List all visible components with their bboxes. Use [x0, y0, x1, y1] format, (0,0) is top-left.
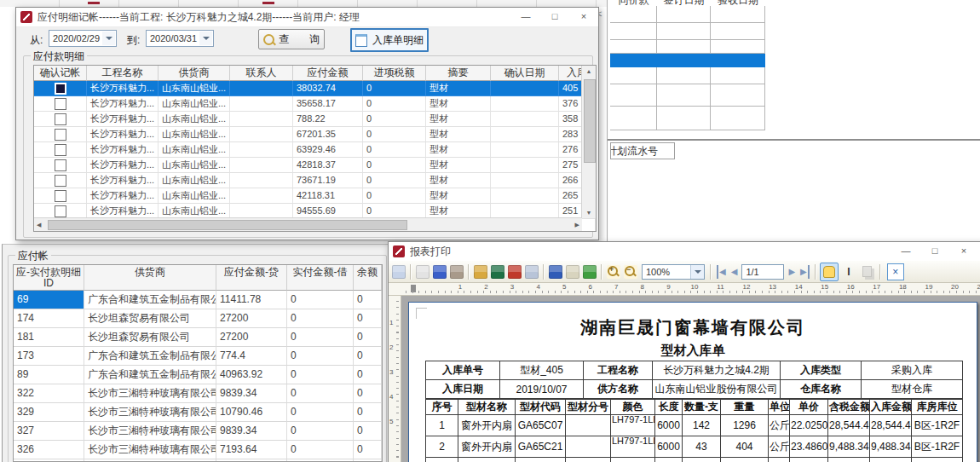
table-cell[interactable]: 11411.78: [216, 291, 287, 309]
column-header[interactable]: 供货商: [84, 265, 216, 291]
table-cell[interactable]: [491, 112, 559, 127]
table-cell[interactable]: 长沙万科魅力...: [87, 112, 159, 127]
confirm-checkbox[interactable]: [55, 159, 66, 171]
save-icon[interactable]: [549, 265, 562, 279]
table-cell[interactable]: 27200: [216, 309, 287, 328]
export-pdf-icon[interactable]: [508, 265, 522, 279]
payable-account-grid[interactable]: 应-实付款明细ID供货商应付金额-贷实付金额-借余额 69广东合和建筑五金制品有…: [13, 264, 383, 462]
column-header[interactable]: 应付金额-贷: [216, 265, 287, 291]
table-cell[interactable]: [491, 142, 559, 158]
table-cell[interactable]: 0: [354, 291, 382, 309]
table-cell[interactable]: 广东合和建筑五金制品有限公司: [84, 291, 216, 309]
table-cell[interactable]: [491, 96, 559, 112]
table-cell[interactable]: 山东南山铝业...: [159, 158, 230, 173]
horizontal-scrollbar[interactable]: ◀ ▶: [34, 217, 582, 231]
table-cell[interactable]: 788.22: [293, 112, 363, 127]
table-cell[interactable]: 长沙市三湘特种玻璃有限公司: [84, 441, 216, 459]
table-cell[interactable]: 0: [287, 291, 354, 309]
open-doc-icon[interactable]: [566, 265, 579, 279]
table-cell[interactable]: 73671.19: [293, 173, 363, 188]
preview-panel-icon[interactable]: [392, 265, 406, 279]
table-cell[interactable]: 0: [354, 422, 382, 441]
table-cell[interactable]: 长沙市三湘特种玻璃有限公司: [84, 422, 216, 441]
previous-page-icon[interactable]: ◀: [731, 265, 738, 279]
table-cell[interactable]: [491, 158, 559, 173]
address-book-icon[interactable]: [433, 265, 447, 279]
table-cell[interactable]: 0: [363, 81, 426, 96]
table-cell[interactable]: 0: [287, 422, 354, 441]
table-cell[interactable]: [230, 158, 293, 173]
table-cell[interactable]: 0: [287, 347, 354, 366]
confirm-checkbox[interactable]: [55, 83, 66, 95]
table-cell[interactable]: 长沙市三湘特种玻璃有限公司: [84, 403, 216, 422]
minimize-icon[interactable]: —: [511, 8, 540, 26]
table-cell[interactable]: 0: [287, 309, 354, 328]
confirm-cell[interactable]: [34, 112, 87, 127]
confirm-cell[interactable]: [34, 173, 87, 188]
to-date-combo[interactable]: 2020/03/31: [146, 30, 214, 47]
id-cell[interactable]: 174: [14, 309, 84, 328]
id-cell[interactable]: 173: [14, 347, 84, 366]
confirm-cell[interactable]: [34, 188, 87, 204]
table-cell[interactable]: [230, 81, 293, 96]
table-row[interactable]: 329长沙市三湘特种玻璃有限公司10790.4600: [14, 403, 382, 422]
export-file-icon[interactable]: [474, 265, 487, 279]
payable-detail-grid[interactable]: 确认记帐工程名称供货商联系人应付金额进项税额摘要确认日期入库 长沙万科魅力...…: [33, 65, 597, 232]
table-cell[interactable]: 长沙万科魅力...: [87, 173, 159, 188]
table-cell[interactable]: 山东南山铝业...: [159, 112, 230, 127]
background-grid-row[interactable]: [610, 107, 766, 130]
table-cell[interactable]: 27200: [216, 328, 287, 347]
print-preview-area[interactable]: 12345 湖南巨晟门窗幕墙有限公司 型材入库单 入库单号型材_405工程名称长…: [389, 296, 980, 462]
table-cell[interactable]: 0: [363, 112, 426, 127]
column-header[interactable]: 进项税额: [363, 66, 426, 81]
from-date-combo[interactable]: 2020/02/29: [49, 30, 117, 47]
table-row[interactable]: 长沙万科魅力...山东南山铝业...73671.190型材266: [34, 173, 596, 188]
id-cell[interactable]: 327: [14, 422, 84, 441]
table-cell[interactable]: 63929.46: [293, 142, 363, 158]
page-number-input[interactable]: 1/1: [741, 264, 784, 280]
table-cell[interactable]: 9839.34: [216, 422, 287, 441]
maximize-icon[interactable]: □: [540, 8, 569, 26]
scroll-right-icon[interactable]: ▶: [575, 222, 579, 228]
confirm-checkbox[interactable]: [55, 129, 66, 141]
copy-icon[interactable]: [859, 263, 876, 280]
table-cell[interactable]: 山东南山铝业...: [159, 127, 230, 142]
table-cell[interactable]: 0: [363, 96, 426, 112]
table-cell[interactable]: [230, 173, 293, 188]
chevron-down-icon[interactable]: [199, 32, 212, 45]
table-cell[interactable]: 广东合和建筑五金制品有限公司: [84, 366, 216, 384]
table-cell[interactable]: 0: [354, 441, 382, 459]
export-excel-icon[interactable]: [491, 265, 504, 279]
background-grid-row[interactable]: [610, 6, 766, 23]
table-cell[interactable]: 0: [354, 384, 382, 403]
table-cell[interactable]: 0: [354, 328, 382, 347]
design-tools-icon[interactable]: [450, 265, 464, 279]
confirm-checkbox[interactable]: [55, 144, 66, 156]
zoom-in-icon[interactable]: +: [607, 265, 620, 279]
table-cell[interactable]: 山东南山铝业...: [159, 188, 230, 204]
confirm-cell[interactable]: [34, 127, 87, 142]
table-cell[interactable]: [491, 173, 559, 188]
table-cell[interactable]: 广东合和建筑五金制品有限公司: [84, 347, 216, 366]
table-row[interactable]: 长沙万科魅力...山东南山铝业...788.220型材358: [34, 112, 596, 127]
table-cell[interactable]: 42818.37: [293, 158, 363, 173]
column-header[interactable]: 应付金额: [293, 66, 363, 81]
table-cell[interactable]: 长沙万科魅力...: [87, 158, 159, 173]
id-cell[interactable]: 326: [14, 441, 84, 459]
chevron-down-icon[interactable]: [690, 265, 704, 279]
send-mail-icon[interactable]: [525, 265, 539, 279]
column-header[interactable]: 余额: [354, 265, 382, 291]
report-titlebar[interactable]: 报表打印 — □ ×: [389, 242, 980, 262]
column-header[interactable]: 联系人: [230, 66, 293, 81]
table-cell[interactable]: 0: [287, 441, 354, 459]
table-row[interactable]: 322长沙市三湘特种玻璃有限公司9839.3400: [14, 384, 382, 403]
confirm-checkbox[interactable]: [55, 190, 66, 202]
table-row[interactable]: 181长沙坦森贸易有限公司2720000: [14, 328, 382, 347]
table-row[interactable]: 173广东合和建筑五金制品有限公司774.400: [14, 347, 382, 366]
table-cell[interactable]: 0: [287, 403, 354, 422]
table-row[interactable]: 89广东合和建筑五金制品有限公司40963.9200: [14, 366, 382, 384]
table-cell[interactable]: 长沙万科魅力...: [87, 142, 159, 158]
table-cell[interactable]: 长沙万科魅力...: [87, 127, 159, 142]
payable-detail-titlebar[interactable]: 应付明细记帐------当前工程: 长沙万科魅力之城4.2期------当前用户…: [16, 8, 598, 27]
table-cell[interactable]: 山东南山铝业...: [159, 81, 230, 96]
